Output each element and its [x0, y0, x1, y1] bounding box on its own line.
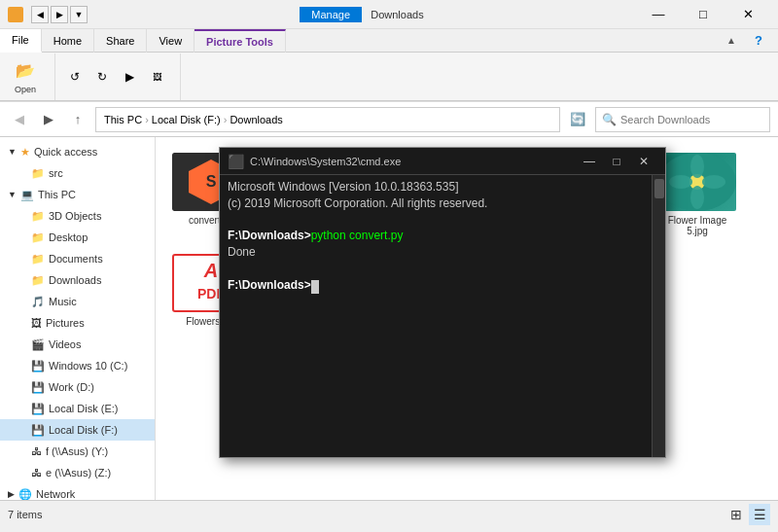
- large-icons-view-btn[interactable]: ⊞: [725, 504, 747, 525]
- open-btn[interactable]: 📂 Open: [8, 57, 43, 96]
- chevron-icon: ▼: [8, 147, 17, 157]
- cmd-line-7: F:\Downloads>: [228, 277, 644, 294]
- sidebar-documents[interactable]: 📁 Documents: [0, 248, 155, 269]
- path-thispc[interactable]: This PC: [104, 114, 142, 125]
- title-tab-manage[interactable]: Manage: [300, 7, 362, 22]
- ribbon-content: 📂 Open ↺ ↻ ▶ 🖼: [0, 53, 778, 101]
- asusz-label: e (\\Asus) (Z:): [46, 467, 111, 479]
- ribbon-tabs: File Home Share View Picture Tools ▲ ?: [0, 29, 778, 53]
- svg-point-36: [690, 155, 704, 178]
- documents-label: Documents: [49, 253, 103, 265]
- cmd-body[interactable]: Microsoft Windows [Version 10.0.18363.53…: [220, 175, 652, 457]
- tab-share[interactable]: Share: [94, 29, 147, 53]
- svg-point-38: [669, 175, 692, 189]
- folder-icon-music: 🎵: [31, 296, 45, 308]
- sidebar-downloads[interactable]: 📁 Downloads: [0, 269, 155, 291]
- localf-label: Local Disk (F:): [49, 424, 118, 436]
- file-name-flower5: Flower Image 5.jpg: [657, 215, 737, 236]
- details-view-btn[interactable]: ☰: [749, 504, 770, 525]
- minimize-button[interactable]: —: [636, 0, 681, 29]
- search-icon: 🔍: [602, 113, 617, 126]
- dropdown-quick-btn[interactable]: ▼: [70, 6, 88, 23]
- sidebar-music[interactable]: 🎵 Music: [0, 291, 155, 312]
- sidebar-localf[interactable]: 💾 Local Disk (F:): [0, 419, 155, 441]
- ribbon-toggle-btn[interactable]: ▲: [720, 29, 743, 53]
- search-box: 🔍: [595, 107, 770, 132]
- tab-file[interactable]: File: [0, 29, 42, 53]
- file-area: S convert.py: [156, 137, 778, 500]
- help-btn[interactable]: ?: [747, 29, 770, 53]
- sidebar-pictures[interactable]: 🖼 Pictures: [0, 312, 155, 334]
- search-input[interactable]: [620, 114, 763, 125]
- ribbon: File Home Share View Picture Tools ▲ ? 📂…: [0, 29, 778, 102]
- sidebar-this-pc[interactable]: ▼ 💻 This PC: [0, 184, 155, 205]
- drive-icon-c: 💾: [31, 360, 45, 372]
- back-quick-btn[interactable]: ◀: [31, 6, 49, 23]
- refresh-button[interactable]: 🔄: [566, 108, 589, 131]
- network-label: Network: [36, 488, 75, 500]
- sidebar-network[interactable]: ▶ 🌐 Network: [0, 483, 155, 500]
- cmd-minimize-btn[interactable]: —: [576, 151, 603, 172]
- title-bar-left: ◀ ▶ ▼: [8, 6, 88, 23]
- drive-icon-e: 💾: [31, 403, 45, 415]
- forward-button[interactable]: ▶: [37, 108, 60, 131]
- sidebar-windows10[interactable]: 💾 Windows 10 (C:): [0, 355, 155, 376]
- cmd-close-btn[interactable]: ✕: [630, 151, 657, 172]
- cmd-maximize-btn[interactable]: □: [603, 151, 630, 172]
- sidebar-desktop[interactable]: 📁 Desktop: [0, 227, 155, 248]
- quick-access-buttons: ◀ ▶ ▼: [31, 6, 88, 23]
- desktop-label: Desktop: [49, 231, 88, 243]
- sidebar-src[interactable]: 📁 src: [0, 162, 155, 184]
- sidebar-asusZ[interactable]: 🖧 e (\\Asus) (Z:): [0, 462, 155, 483]
- forward-quick-btn[interactable]: ▶: [51, 6, 68, 23]
- cmd-title-text: C:\Windows\System32\cmd.exe: [250, 156, 570, 167]
- drive-icon-z: 🖧: [31, 467, 42, 479]
- path-downloads[interactable]: Downloads: [230, 114, 282, 125]
- tab-picture-tools[interactable]: Picture Tools: [194, 29, 286, 53]
- sidebar-workd[interactable]: 💾 Work (D:): [0, 376, 155, 398]
- rotate-right-btn[interactable]: ↻: [90, 65, 114, 89]
- folder-icon: [8, 7, 23, 22]
- rotate-left-btn[interactable]: ↺: [63, 65, 87, 89]
- pictures-label: Pictures: [46, 317, 85, 329]
- sidebar-locale[interactable]: 💾 Local Disk (E:): [0, 398, 155, 419]
- ribbon-group-open: 📂 Open: [8, 53, 55, 100]
- file-item-flower5[interactable]: Flower Image 5.jpg: [654, 149, 741, 240]
- address-path[interactable]: This PC › Local Disk (F:) › Downloads: [95, 107, 560, 132]
- path-sep-2: ›: [224, 114, 228, 125]
- view-buttons: ⊞ ☰: [725, 504, 770, 525]
- folder-icon-pictures: 🖼: [31, 317, 42, 329]
- tab-view[interactable]: View: [147, 29, 194, 53]
- drive-icon-f: 💾: [31, 424, 45, 437]
- slide-show-btn[interactable]: ▶: [118, 65, 141, 89]
- back-button[interactable]: ◀: [8, 108, 31, 131]
- chevron-icon-pc: ▼: [8, 190, 17, 199]
- flower5-svg: [658, 153, 736, 211]
- star-icon: ★: [20, 146, 30, 159]
- folder-icon-3d: 📁: [31, 210, 45, 223]
- pdf-acrobat-icon: A: [204, 260, 218, 282]
- windows10-label: Windows 10 (C:): [49, 360, 127, 372]
- close-button[interactable]: ✕: [725, 0, 770, 29]
- locale-label: Local Disk (E:): [49, 403, 119, 414]
- sidebar-3dobjects[interactable]: 📁 3D Objects: [0, 205, 155, 227]
- up-button[interactable]: ↑: [66, 108, 89, 131]
- this-pc-label: This PC: [38, 189, 76, 200]
- cmd-line-5: Done: [228, 244, 644, 261]
- sidebar-videos[interactable]: 🎬 Videos: [0, 334, 155, 355]
- scrollbar-thumb[interactable]: [654, 179, 664, 198]
- sidebar-asusY[interactable]: 🖧 f (\\Asus) (Y:): [0, 441, 155, 462]
- workd-label: Work (D:): [49, 381, 94, 393]
- title-subtitle: Downloads: [371, 9, 423, 20]
- cmd-line-4: F:\Downloads>python convert.py: [228, 228, 644, 244]
- path-localdisk[interactable]: Local Disk (F:): [152, 114, 221, 125]
- tab-home[interactable]: Home: [42, 29, 94, 53]
- maximize-button[interactable]: □: [681, 0, 725, 29]
- cmd-line-3: [228, 212, 644, 229]
- set-bg-btn[interactable]: 🖼: [145, 65, 168, 89]
- cmd-window: ⬛ C:\Windows\System32\cmd.exe — □ ✕ Micr…: [219, 147, 666, 458]
- videos-label: Videos: [49, 338, 81, 350]
- item-count: 7 items: [8, 509, 42, 520]
- sidebar-quick-access[interactable]: ▼ ★ Quick access: [0, 141, 155, 162]
- folder-icon-videos: 🎬: [31, 338, 45, 351]
